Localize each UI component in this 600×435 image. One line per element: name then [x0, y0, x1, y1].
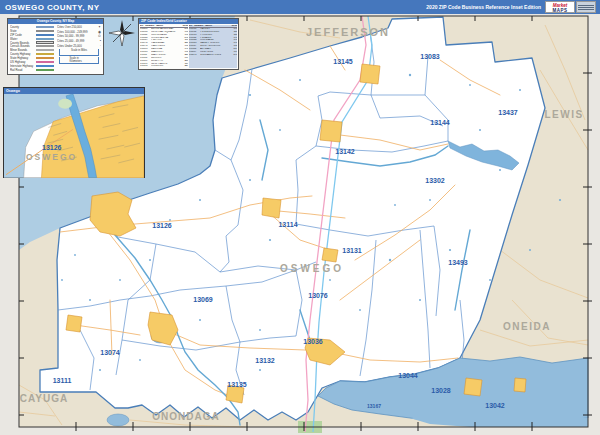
legend-city-row: Cities 25,000 - 49,999• — [57, 39, 101, 44]
legend-swatch — [36, 38, 54, 40]
legend-swatch — [36, 41, 54, 43]
edition-subtitle: 2020 ZIP Code Business Reference Inset E… — [426, 4, 545, 10]
city-size-icon: ◉ — [93, 30, 101, 34]
city-size-icon: ⊙ — [93, 34, 101, 38]
map-sheet: 1314513083134371314413142133021311413126… — [0, 0, 600, 435]
legend-city-row: Cities Under 25,000· — [57, 43, 101, 48]
legend-row: Rail Road — [10, 68, 54, 72]
legend-swatch — [36, 26, 54, 28]
city-size-icon: ✦ — [93, 25, 101, 29]
legend-city-row: Cities 100,000 - 249,999◉ — [57, 30, 101, 35]
compass-rose-icon — [108, 19, 136, 47]
inset-title: Oswego — [4, 88, 144, 94]
map-legend: Oswego County, NY Map CountyStateZIP Cod… — [7, 18, 104, 75]
inset-zip-label: 13126 — [42, 144, 61, 151]
logo-text: Market MAPS — [545, 1, 575, 13]
scale-bar-km: Scale in Kilometers — [59, 57, 99, 64]
legend-city-row: Cities 50,000 - 99,999⊙ — [57, 34, 101, 39]
inset-city-name: OSWEGO — [26, 152, 77, 162]
logo-fineprint — [576, 1, 596, 13]
header-bar: OSWEGO COUNTY, NY 2020 ZIP Code Business… — [0, 0, 600, 14]
legend-swatch — [36, 69, 54, 71]
page-title: OSWEGO COUNTY, NY — [0, 3, 99, 12]
legend-swatch — [36, 45, 54, 47]
oswego-city-inset: Oswego OSWEGO 13126 — [3, 87, 145, 178]
legend-swatch — [36, 34, 54, 36]
legend-swatch — [36, 65, 54, 67]
city-size-icon: • — [93, 39, 101, 43]
legend-swatch — [36, 61, 54, 63]
legend-swatch — [36, 57, 54, 59]
zip-code-index-table: ZIP Code Index/Grid Locator ZIP Code ZIP… — [138, 18, 239, 70]
zip-table-right-column: ZIP Code ZIP Name Grid 13131PARISHC31313… — [189, 25, 237, 68]
inset-map-art — [4, 88, 144, 178]
zip-table-row: 13126OSWEGOA2 — [140, 65, 188, 68]
legend-city-rows: Cities Over 250,000✦Cities 100,000 - 249… — [57, 25, 101, 72]
legend-symbol-rows: CountyStateZIP CodeWaterCounty BoundsCen… — [10, 25, 54, 72]
city-size-icon: · — [93, 44, 101, 48]
legend-swatch — [36, 53, 54, 55]
legend-swatch — [36, 30, 54, 32]
marketmaps-logo: Market MAPS — [545, 1, 597, 13]
scale-bar-miles: Scale in Miles — [59, 49, 99, 56]
zip-table-left-column: ZIP Code ZIP Name Grid 13028BERNHARDS BA… — [140, 25, 188, 68]
zip-table-row: 13493WILLIAMSTOWND3 — [189, 54, 237, 57]
legend-swatch — [36, 49, 54, 51]
legend-city-row: Cities Over 250,000✦ — [57, 25, 101, 30]
